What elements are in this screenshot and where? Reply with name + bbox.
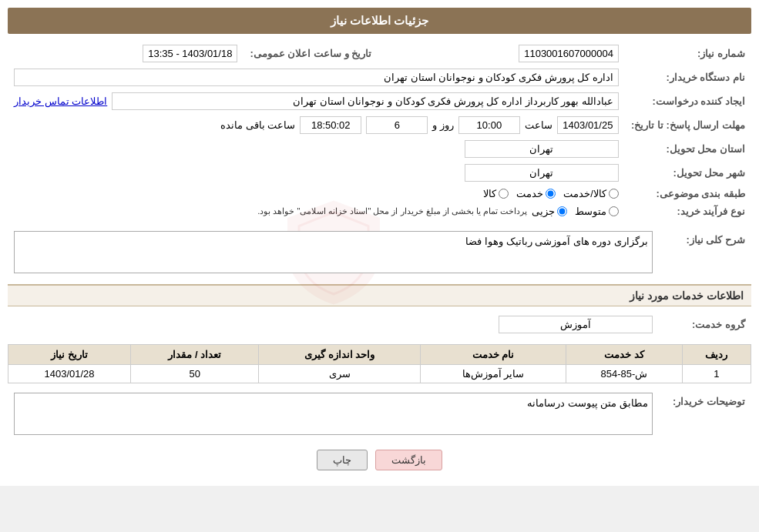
purchase-type-label: نوع فرآیند خرید: <box>625 202 751 220</box>
buyer-desc-label: توضیحات خریدار: <box>659 390 751 438</box>
subject-radio-group: کالا/خدمت خدمت کالا <box>14 188 619 199</box>
subject-label: طبقه بندی موضوعی: <box>625 185 751 202</box>
subject-radio-kala-khadamat[interactable]: کالا/خدمت <box>563 188 619 199</box>
deadline-days-label: روز و <box>432 119 454 131</box>
deadline-time-label: ساعت <box>525 119 552 131</box>
purchase-type-motavaset-label: متوسط <box>575 206 606 217</box>
service-group-value: آموزش <box>499 316 653 333</box>
need-number-value: 1103001607000004 <box>519 45 619 62</box>
purchase-type-jozi-input[interactable] <box>557 206 567 216</box>
services-section-title: اطلاعات خدمات مورد نیاز <box>8 284 751 306</box>
col-service-code: کد خدمت <box>566 345 683 365</box>
buyer-org-value: اداره کل پرورش فکری کودکان و نوجوانان اس… <box>14 69 619 86</box>
purchase-type-radio-group: متوسط جزیی <box>532 206 619 217</box>
requester-value: عبادالله بهور کاربرداز اداره کل پرورش فک… <box>112 92 619 110</box>
delivery-province-label: استان محل تحویل: <box>625 137 751 161</box>
deadline-time: 10:00 <box>458 116 520 134</box>
need-number-label: شماره نیاز: <box>625 42 751 65</box>
page-title: جزئیات اطلاعات نیاز <box>8 8 751 34</box>
general-desc-value: برگزاری دوره های آموزشی رباتیک وهوا فضا <box>14 231 653 273</box>
subject-radio-kala[interactable]: کالا <box>483 188 509 199</box>
col-quantity: تعداد / مقدار <box>131 345 259 365</box>
subject-kala-khadamat-label: کالا/خدمت <box>563 188 606 199</box>
delivery-city-value: تهران <box>465 164 619 182</box>
purchase-type-jozi[interactable]: جزیی <box>532 206 567 217</box>
back-button[interactable]: بازگشت <box>375 450 442 470</box>
buyer-desc-table: توضیحات خریدار: مطابق متن پیوست درسامانه <box>8 390 751 438</box>
requester-label: ایجاد کننده درخواست: <box>625 89 751 113</box>
col-row-num: ردیف <box>682 345 751 365</box>
purchase-type-jozi-label: جزیی <box>532 206 555 217</box>
subject-kala-label: کالا <box>483 188 496 199</box>
deadline-date: 1403/01/25 <box>557 116 619 134</box>
services-table: ردیف کد خدمت نام خدمت واحد اندازه گیری ت… <box>8 344 751 383</box>
deadline-label: مهلت ارسال پاسخ: تا تاریخ: <box>625 113 751 137</box>
service-group-table: گروه خدمت: آموزش <box>8 313 751 336</box>
deadline-remaining-label: ساعت باقی مانده <box>220 119 295 131</box>
service-group-label: گروه خدمت: <box>659 313 751 336</box>
purchase-type-note: پرداخت تمام یا بخشی از مبلغ خریدار از مح… <box>257 206 527 216</box>
subject-radio-khadamat[interactable]: خدمت <box>516 188 556 199</box>
deadline-remaining: 18:50:02 <box>300 116 361 134</box>
buyer-org-label: نام دستگاه خریدار: <box>625 65 751 89</box>
contact-link[interactable]: اطلاعات تماس خریدار <box>14 95 107 107</box>
main-info-table: شماره نیاز: 1103001607000004 تاریخ و ساع… <box>8 42 751 220</box>
general-desc-label: شرح کلی نیاز: <box>659 228 751 276</box>
buyer-desc-value: مطابق متن پیوست درسامانه <box>14 393 653 435</box>
col-service-name: نام خدمت <box>420 345 566 365</box>
col-unit: واحد اندازه گیری <box>259 345 421 365</box>
button-row: بازگشت چاپ <box>8 450 751 470</box>
purchase-type-motavaset-input[interactable] <box>609 206 619 216</box>
description-section-table: شرح کلی نیاز: اناتندر برگزاری دوره های آ… <box>8 228 751 276</box>
subject-radio-kala-khadamat-input[interactable] <box>609 189 619 199</box>
delivery-province-value: تهران <box>465 140 619 158</box>
purchase-type-motavaset[interactable]: متوسط <box>575 206 619 217</box>
subject-radio-khadamat-input[interactable] <box>546 189 556 199</box>
delivery-city-label: شهر محل تحویل: <box>625 161 751 185</box>
subject-khadamat-label: خدمت <box>516 188 543 199</box>
subject-radio-kala-input[interactable] <box>499 189 509 199</box>
deadline-days: 6 <box>366 116 428 134</box>
col-date: تاریخ نیاز <box>8 345 131 365</box>
table-row: 1ش-85-854سایر آموزش‌هاسری501403/01/28 <box>8 365 751 383</box>
announcement-value: 1403/01/18 - 13:35 <box>143 45 237 62</box>
announcement-label: تاریخ و ساعت اعلان عمومی: <box>243 42 378 65</box>
print-button[interactable]: چاپ <box>317 450 368 470</box>
